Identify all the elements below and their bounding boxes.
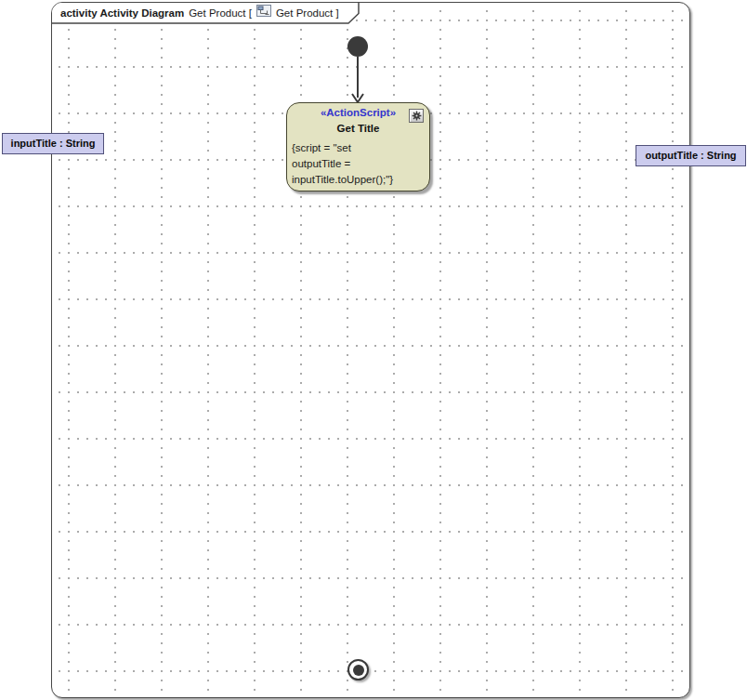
script-line-2: outputTitle = xyxy=(292,156,425,172)
initial-node[interactable] xyxy=(347,36,368,57)
stereotype-label: «ActionScript» xyxy=(292,107,425,123)
input-pin-label[interactable]: inputTitle : String xyxy=(2,133,104,154)
script-line-3: inputTitle.toUpper();"} xyxy=(292,172,425,188)
heading-closing: Get Product ] xyxy=(276,4,339,23)
action-name: Get Title xyxy=(292,123,425,140)
initial-to-action-flow[interactable] xyxy=(343,55,373,105)
activity-diagram-icon xyxy=(256,4,271,23)
diagram-frame[interactable]: activity Activity Diagram Get Product [ … xyxy=(51,2,690,698)
frame-heading[interactable]: activity Activity Diagram Get Product [ … xyxy=(60,3,339,23)
heading-name: Get Product [ xyxy=(189,4,252,23)
script-line-1: {script = "set xyxy=(292,140,425,156)
activity-final-node[interactable] xyxy=(347,659,369,680)
script-gear-icon xyxy=(409,109,424,123)
output-pin-label[interactable]: outputTitle : String xyxy=(636,145,746,166)
final-node-inner-dot xyxy=(353,665,364,676)
heading-keyword: activity Activity Diagram xyxy=(60,4,184,23)
action-node-get-title[interactable]: «ActionScript» Get Title {script = "set … xyxy=(286,102,430,192)
